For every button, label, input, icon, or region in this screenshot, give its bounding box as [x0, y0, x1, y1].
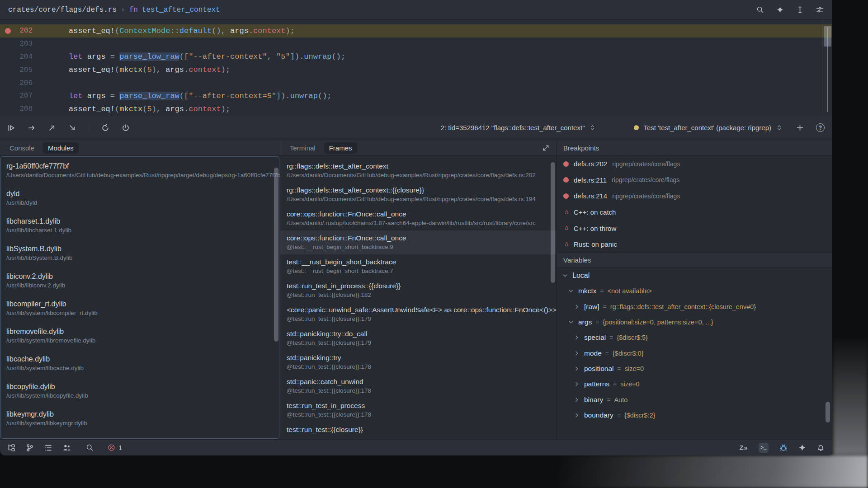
- frame-row[interactable]: test::run_test_in_process @test::run_tes…: [280, 398, 557, 422]
- text-cursor-icon[interactable]: [796, 6, 804, 14]
- chevron-right-icon[interactable]: [573, 334, 580, 341]
- frame-row[interactable]: rg::flags::defs::test_after_context /Use…: [280, 159, 557, 183]
- line-number[interactable]: 206: [0, 79, 33, 87]
- variable-row[interactable]: [raw] = rg::flags::defs::test_after_cont…: [557, 299, 832, 314]
- breakpoint-row[interactable]: defs.rs:214 ripgrep/crates/core/flags: [557, 188, 832, 204]
- code-line[interactable]: 205 assert_eq!(mkctx(5), args.context);: [0, 63, 832, 76]
- line-number[interactable]: 203: [0, 40, 33, 48]
- frame-row[interactable]: test::run_test::{{closure}}: [280, 422, 557, 437]
- module-row[interactable]: libcache.dylib /usr/lib/system/libcache.…: [6, 355, 280, 372]
- module-row[interactable]: rg-1a60ff0cfe77f7bf /Users/danilo/Docume…: [6, 162, 280, 179]
- edit-prediction-icon[interactable]: Z»: [739, 444, 748, 451]
- code-line[interactable]: 204 let args = parse_low_raw(["--after-c…: [0, 51, 832, 64]
- module-row[interactable]: dyld /usr/lib/dyld: [6, 189, 280, 207]
- line-number[interactable]: 208: [0, 105, 33, 113]
- step-over-icon[interactable]: [28, 124, 36, 132]
- variable-scope-row[interactable]: Local: [557, 268, 832, 283]
- chevron-down-icon[interactable]: [567, 287, 575, 295]
- code-editor[interactable]: 202 assert_eq!(ContextMode::default(), a…: [0, 20, 832, 116]
- restart-icon[interactable]: [101, 124, 109, 132]
- breakpoint-dot-icon[interactable]: [563, 177, 569, 183]
- variable-row[interactable]: boundary = {$discr$:2}: [557, 408, 832, 423]
- breakpoint-dot-icon[interactable]: [563, 193, 569, 199]
- exception-breakpoint-row[interactable]: C++: on catch: [557, 204, 832, 221]
- sparkle-icon[interactable]: [776, 6, 784, 14]
- line-number[interactable]: 205: [0, 66, 33, 74]
- line-number[interactable]: 202: [0, 27, 33, 35]
- frame-row-selected[interactable]: core::ops::function::FnOnce::call_once @…: [280, 230, 557, 254]
- chevron-right-icon[interactable]: [573, 380, 580, 388]
- project-panel-icon[interactable]: [7, 444, 15, 452]
- debugger-bug-icon[interactable]: [779, 444, 788, 452]
- breadcrumb-file-path[interactable]: crates/core/flags/defs.rs: [8, 6, 117, 14]
- help-icon[interactable]: ?: [816, 123, 825, 132]
- module-row[interactable]: libcharset.1.dylib /usr/lib/libcharset.1…: [6, 217, 280, 235]
- variable-row[interactable]: special = {$discr$:5}: [557, 330, 832, 345]
- tab-frames[interactable]: Frames: [324, 142, 357, 154]
- module-row[interactable]: libkeymgr.dylib /usr/lib/system/libkeymg…: [6, 410, 280, 427]
- variable-row[interactable]: positional = size=0: [557, 361, 832, 376]
- breakpoint-dot-icon[interactable]: [563, 161, 569, 167]
- diagnostics-indicator[interactable]: 1: [108, 444, 122, 451]
- tab-terminal[interactable]: Terminal: [285, 142, 321, 154]
- search-icon[interactable]: [86, 444, 94, 451]
- bell-icon[interactable]: [817, 444, 825, 451]
- exception-breakpoint-row[interactable]: C++: on throw: [557, 220, 832, 236]
- frame-row[interactable]: rg::flags::defs::test_after_context::{{c…: [280, 183, 557, 206]
- chevron-right-icon[interactable]: [573, 303, 580, 310]
- git-branch-icon[interactable]: [26, 444, 34, 452]
- stop-power-icon[interactable]: [122, 124, 130, 132]
- module-row[interactable]: libcopyfile.dylib /usr/lib/system/libcop…: [6, 382, 280, 400]
- frame-row[interactable]: test::__rust_begin_short_backtrace @test…: [280, 254, 557, 278]
- line-number[interactable]: 204: [0, 53, 33, 61]
- editor-settings-sliders-icon[interactable]: [816, 6, 824, 14]
- frame-row[interactable]: std::panic::catch_unwind @test::run_test…: [280, 374, 557, 398]
- frame-row[interactable]: test::run_test_in_process::{{closure}} @…: [280, 278, 557, 302]
- tab-console[interactable]: Console: [5, 142, 39, 154]
- step-into-icon[interactable]: [68, 124, 76, 132]
- breakpoint-row[interactable]: defs.rs:211 ripgrep/crates/core/flags: [557, 172, 832, 188]
- frame-row[interactable]: std::panicking::try @test::run_test::{{c…: [280, 350, 557, 374]
- assistant-sparkle-icon[interactable]: [798, 444, 806, 451]
- step-out-icon[interactable]: [48, 124, 56, 132]
- code-line[interactable]: 203: [0, 38, 832, 51]
- session-selector[interactable]: Test 'test_after_context' (package: ripg…: [634, 124, 783, 131]
- search-icon[interactable]: [756, 6, 764, 14]
- flame-icon[interactable]: [564, 241, 570, 248]
- module-row[interactable]: libSystem.B.dylib /usr/lib/libSystem.B.d…: [6, 244, 280, 262]
- tab-modules[interactable]: Modules: [43, 142, 79, 154]
- chevron-right-icon[interactable]: [573, 396, 580, 404]
- variable-row[interactable]: mkctx = <not available>: [557, 283, 832, 299]
- modules-scrollbar-thumb[interactable]: [274, 168, 278, 342]
- flame-icon[interactable]: [564, 225, 570, 231]
- breadcrumb[interactable]: crates/core/flags/defs.rs › fn test_afte…: [8, 6, 220, 14]
- thread-selector[interactable]: 2: tid=35296412 "flags::defs::test_after…: [441, 124, 596, 131]
- breakpoint-row[interactable]: defs.rs:202 ripgrep/crates/core/flags: [557, 156, 832, 172]
- chevron-down-icon[interactable]: [567, 319, 575, 326]
- variable-row[interactable]: mode = {$discr$:0}: [557, 346, 832, 361]
- debug-continue-icon[interactable]: [7, 124, 15, 132]
- frame-row[interactable]: <core::panic::unwind_safe::AssertUnwindS…: [280, 302, 557, 326]
- terminal-panel-icon[interactable]: >_: [759, 443, 769, 453]
- editor-scrollbar[interactable]: [822, 20, 832, 116]
- line-number[interactable]: 207: [0, 92, 33, 100]
- code-line[interactable]: 207 let args = parse_low_raw(["--after-c…: [0, 89, 832, 103]
- chevron-right-icon[interactable]: [573, 412, 580, 419]
- chevron-down-icon[interactable]: [561, 272, 569, 279]
- frames-scrollbar-thumb[interactable]: [551, 162, 555, 283]
- breadcrumb-symbol[interactable]: test_after_context: [142, 6, 220, 14]
- code-line-current[interactable]: 202 assert_eq!(ContextMode::default(), a…: [0, 24, 832, 38]
- variable-row[interactable]: binary = Auto: [557, 392, 832, 408]
- frame-row[interactable]: std::panicking::try::do_call @test::run_…: [280, 326, 557, 350]
- collaboration-people-icon[interactable]: [63, 444, 71, 452]
- chevron-right-icon[interactable]: [573, 365, 580, 372]
- code-line[interactable]: 208 assert_eq!(mkctx(5), args.context);: [0, 103, 832, 116]
- module-row[interactable]: libiconv.2.dylib /usr/lib/libiconv.2.dyl…: [6, 272, 280, 290]
- exception-breakpoint-row[interactable]: Rust: on panic: [557, 236, 832, 253]
- editor-scrollbar-thumb[interactable]: [824, 26, 831, 47]
- flame-icon[interactable]: [564, 209, 570, 216]
- variables-scrollbar-thumb[interactable]: [826, 402, 830, 422]
- chevron-right-icon[interactable]: [573, 350, 580, 357]
- variable-row[interactable]: patterns = size=0: [557, 376, 832, 392]
- frame-row[interactable]: core::ops::function::FnOnce::call_once /…: [280, 206, 557, 230]
